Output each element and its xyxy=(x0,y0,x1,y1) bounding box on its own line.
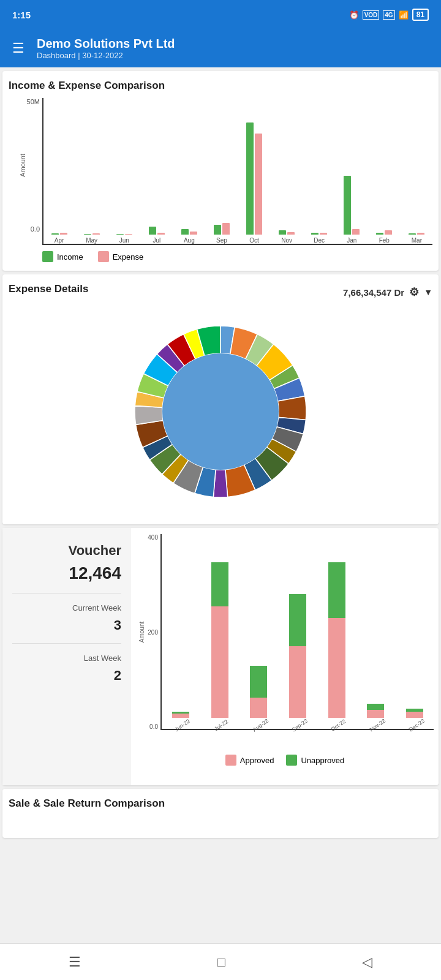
bar-chart-area: 50M 0.0 Amount Apr May xyxy=(9,98,432,245)
voucher-y-label: Amount xyxy=(138,622,145,643)
status-bar: 1:15 ⏰ VOD 4G 📶 81 xyxy=(0,0,441,29)
voucher-card: Voucher 12,464 Current Week 3 Last Week … xyxy=(2,528,439,785)
voucher-divider-2 xyxy=(12,643,121,644)
settings-icon[interactable]: ⚙ xyxy=(409,285,419,299)
y-label-top: 50M xyxy=(27,98,40,105)
battery-icon: 81 xyxy=(412,9,429,21)
income-bar-jun xyxy=(116,234,124,235)
nav-menu-icon[interactable]: ☰ xyxy=(69,954,81,970)
expense-bar-nov xyxy=(287,232,295,235)
approved-legend-box xyxy=(225,755,236,766)
approved-bar-Sep-22 xyxy=(289,646,306,718)
income-bar-feb xyxy=(376,233,383,235)
nav-home-icon[interactable]: □ xyxy=(217,954,225,970)
income-bar-apr xyxy=(51,233,59,235)
month-group-apr: Apr xyxy=(43,100,75,244)
month-label-apr: Apr xyxy=(55,237,64,244)
month-group-aug: Aug xyxy=(173,100,205,244)
lte-icon: 4G xyxy=(383,10,394,20)
voucher-month-Sep-22: Sep-22 xyxy=(279,537,317,729)
voucher-y-top: 400 xyxy=(148,534,158,541)
current-week-value: 3 xyxy=(12,617,121,633)
month-label-may: May xyxy=(86,237,97,244)
approved-legend-item: Approved xyxy=(225,755,274,766)
income-bar-oct xyxy=(246,123,254,235)
expense-bar-feb xyxy=(385,230,392,235)
unapproved-bar-Sep-22 xyxy=(289,594,306,646)
voucher-divider xyxy=(12,593,121,594)
approved-bar-Dec-22 xyxy=(406,712,423,718)
unapproved-bar-Jul-22 xyxy=(211,562,228,606)
expense-legend-label: Expense xyxy=(113,252,144,262)
voucher-legend: Approved Unapproved xyxy=(136,755,434,766)
voucher-month-label-Aug-22: Aug-22 xyxy=(251,718,270,733)
menu-icon[interactable]: ☰ xyxy=(12,42,24,55)
income-bar-jan xyxy=(344,176,351,235)
voucher-month-Jun-22: Jun-22 xyxy=(162,537,200,729)
y-label-bottom: 0.0 xyxy=(31,225,40,233)
income-legend-label: Income xyxy=(57,252,83,262)
month-group-may: May xyxy=(76,100,107,244)
month-label-dec: Dec xyxy=(314,237,325,244)
nav-bar: ☰ □ ◁ xyxy=(0,943,441,980)
income-bar-mar xyxy=(409,233,416,235)
month-label-nov: Nov xyxy=(281,237,292,244)
month-label-jan: Jan xyxy=(347,237,356,244)
unapproved-legend-box xyxy=(286,755,297,766)
voucher-y-axis: 400 200 0.0 Amount xyxy=(136,534,160,730)
voucher-month-Dec-22: Dec-22 xyxy=(396,537,434,729)
income-expense-card: Income & Expense Comparison 50M 0.0 Amou… xyxy=(2,71,439,271)
dropdown-icon[interactable]: ▼ xyxy=(424,287,432,297)
month-label-jul: Jul xyxy=(153,237,160,244)
nav-back-icon[interactable]: ◁ xyxy=(362,954,372,970)
expense-bar-may xyxy=(92,233,100,235)
stacked-bar-Nov-22 xyxy=(367,704,384,718)
expense-amount-display: 7,66,34,547 Dr ⚙ ▼ xyxy=(343,285,432,299)
expense-legend-box xyxy=(98,251,109,262)
stacked-bar-Sep-22 xyxy=(289,594,306,718)
month-label-mar: Mar xyxy=(412,237,422,244)
income-expense-title: Income & Expense Comparison xyxy=(9,80,432,92)
income-bar-nov xyxy=(279,230,286,235)
stacked-bar-Aug-22 xyxy=(250,666,267,718)
month-label-oct: Oct xyxy=(249,237,259,244)
last-week-value: 2 xyxy=(12,668,121,684)
income-expense-legend: Income Expense xyxy=(9,251,432,262)
dashboard-date: Dashboard | 30-12-2022 xyxy=(37,51,429,60)
expense-bar-apr xyxy=(60,233,67,235)
expense-bar-jun xyxy=(125,234,132,235)
voucher-month-label-Oct-22: Oct-22 xyxy=(330,718,347,733)
y-axis-label: Amount xyxy=(19,154,26,177)
vod-icon: VOD xyxy=(363,10,380,20)
unapproved-bar-Oct-22 xyxy=(328,562,345,618)
expense-bar-aug xyxy=(190,232,197,235)
voucher-left-panel: Voucher 12,464 Current Week 3 Last Week … xyxy=(2,528,131,785)
current-week-label: Current Week xyxy=(12,603,121,612)
voucher-right-panel: 400 200 0.0 Amount Jun-22 Jul-22 xyxy=(131,528,439,785)
company-name: Demo Solutions Pvt Ltd xyxy=(37,37,429,51)
income-expense-bars: Apr May Jun Jul Aug xyxy=(42,98,432,245)
header-title-block: Demo Solutions Pvt Ltd Dashboard | 30-12… xyxy=(37,37,429,60)
app-header: ☰ Demo Solutions Pvt Ltd Dashboard | 30-… xyxy=(0,29,441,67)
expense-bar-jul xyxy=(157,233,165,235)
voucher-month-label-Jun-22: Jun-22 xyxy=(174,718,191,733)
voucher-bars-wrapper: 400 200 0.0 Amount Jun-22 Jul-22 xyxy=(136,534,434,730)
expense-bar-sep xyxy=(222,223,230,235)
voucher-month-label-Sep-22: Sep-22 xyxy=(290,718,309,733)
month-group-jan: Jan xyxy=(336,100,368,244)
month-group-feb: Feb xyxy=(369,100,400,244)
income-bar-aug xyxy=(181,229,189,235)
expense-bar-dec xyxy=(320,233,327,235)
income-legend-item: Income xyxy=(42,251,83,262)
voucher-month-Nov-22: Nov-22 xyxy=(357,537,395,729)
expense-legend-item: Expense xyxy=(98,251,144,262)
signal-icon: 📶 xyxy=(399,10,409,20)
month-group-dec: Dec xyxy=(304,100,335,244)
approved-bar-Jun-22 xyxy=(172,714,189,718)
voucher-month-Jul-22: Jul-22 xyxy=(201,537,239,729)
expense-details-card: Expense Details 7,66,34,547 Dr ⚙ ▼ xyxy=(2,274,439,524)
voucher-y-mid: 200 xyxy=(148,629,158,636)
unapproved-bar-Nov-22 xyxy=(367,704,384,710)
sale-return-title: Sale & Sale Return Comparison xyxy=(9,797,432,810)
expense-bar-mar xyxy=(417,233,424,235)
